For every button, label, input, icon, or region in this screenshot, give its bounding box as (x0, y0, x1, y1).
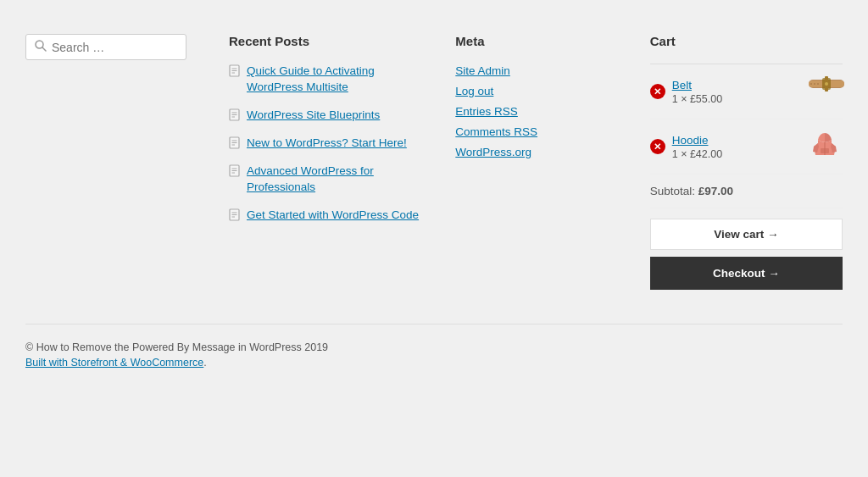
meta-link-entries-rss[interactable]: Entries RSS (455, 105, 518, 118)
cart-item-hoodie-qty: 1 × £42.00 (672, 148, 802, 160)
search-form[interactable] (25, 34, 186, 60)
list-item: WordPress.org (455, 145, 615, 158)
widget-recent-posts: Recent Posts Quick Guide to Activating W… (212, 25, 438, 307)
svg-point-26 (825, 82, 828, 86)
post-icon (229, 64, 240, 80)
main-wrapper: Recent Posts Quick Guide to Activating W… (0, 0, 868, 307)
widgets-row: Recent Posts Quick Guide to Activating W… (25, 17, 843, 307)
post-link[interactable]: Advanced WordPress for Professionals (247, 164, 421, 196)
footer-credit-link[interactable]: Built with Storefront & WooCommerce (25, 357, 203, 369)
recent-posts-title: Recent Posts (229, 34, 421, 48)
cart-subtotal-label: Subtotal: (650, 185, 695, 197)
cart-buttons: View cart → Checkout → (650, 219, 843, 290)
cart-item-hoodie-name[interactable]: Hoodie (672, 134, 802, 147)
cart-item-belt-qty: 1 × £55.00 (672, 93, 802, 105)
list-item: Get Started with WordPress Code (229, 208, 421, 224)
meta-link-comments-rss[interactable]: Comments RSS (455, 125, 537, 138)
meta-link-wordpress-org[interactable]: WordPress.org (455, 146, 531, 158)
search-icon (35, 40, 47, 54)
list-item: Quick Guide to Activating WordPress Mult… (229, 64, 421, 96)
meta-link-site-admin[interactable]: Site Admin (455, 64, 510, 77)
cart-title: Cart (650, 34, 843, 48)
meta-link-logout[interactable]: Log out (455, 85, 493, 97)
list-item: WordPress Site Blueprints (229, 108, 421, 124)
cart-item-hoodie-image (809, 130, 843, 164)
post-icon (229, 136, 240, 152)
widget-search (25, 25, 212, 307)
post-link[interactable]: New to WordPress? Start Here! (247, 136, 407, 152)
post-link[interactable]: WordPress Site Blueprints (247, 108, 380, 124)
cart-item-belt-image (809, 75, 843, 108)
cart-remove-belt-button[interactable]: ✕ (650, 84, 665, 99)
cart-item-belt-info: Belt 1 × £55.00 (672, 79, 802, 105)
meta-title: Meta (455, 34, 615, 48)
cart-item-belt: ✕ Belt 1 × £55.00 (650, 64, 843, 119)
cart-subtotal: Subtotal: £97.00 (650, 175, 843, 208)
list-item: Log out (455, 84, 615, 97)
cart-subtotal-value: £97.00 (698, 185, 733, 197)
list-item: New to WordPress? Start Here! (229, 136, 421, 152)
post-icon (229, 208, 240, 224)
meta-list: Site Admin Log out Entries RSS Comments … (455, 64, 615, 158)
post-icon (229, 108, 240, 124)
site-footer: © How to Remove the Powered By Message i… (25, 324, 843, 385)
cart-remove-hoodie-button[interactable]: ✕ (650, 139, 665, 154)
list-item: Advanced WordPress for Professionals (229, 164, 421, 196)
list-item: Comments RSS (455, 125, 615, 138)
checkout-button[interactable]: Checkout → (650, 257, 843, 290)
recent-posts-list: Quick Guide to Activating WordPress Mult… (229, 64, 421, 224)
view-cart-button[interactable]: View cart → (650, 219, 843, 250)
list-item: Entries RSS (455, 104, 615, 118)
widget-cart: Cart ✕ Belt 1 × £55.00 (633, 25, 843, 307)
list-item: Site Admin (455, 64, 615, 77)
svg-line-1 (42, 47, 46, 51)
cart-item-hoodie: ✕ Hoodie 1 × £42.00 (650, 119, 843, 175)
cart-item-belt-name[interactable]: Belt (672, 79, 802, 92)
widget-meta: Meta Site Admin Log out Entries RSS Comm… (438, 25, 632, 307)
post-link[interactable]: Get Started with WordPress Code (247, 208, 419, 224)
footer-period: . (203, 357, 206, 369)
cart-item-hoodie-info: Hoodie 1 × £42.00 (672, 134, 802, 160)
post-icon (229, 164, 240, 180)
footer-copyright: © How to Remove the Powered By Message i… (25, 341, 843, 353)
cart-items: ✕ Belt 1 × £55.00 (650, 64, 843, 208)
footer-credit: Built with Storefront & WooCommerce. (25, 357, 843, 369)
search-input[interactable] (52, 41, 177, 54)
post-link[interactable]: Quick Guide to Activating WordPress Mult… (247, 64, 421, 96)
